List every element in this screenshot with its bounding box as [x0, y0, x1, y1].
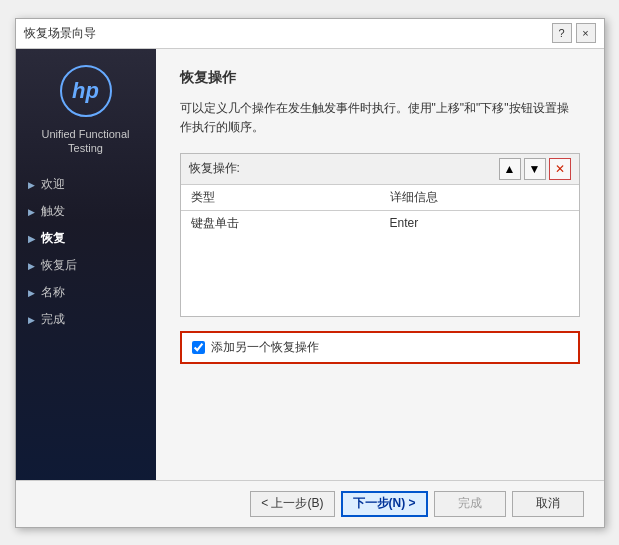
nav-item-finish[interactable]: ▶ 完成 — [16, 306, 156, 333]
col-header-detail: 详细信息 — [380, 185, 579, 211]
table-header-row: 类型 详细信息 — [181, 185, 579, 211]
data-table: 类型 详细信息 键盘单击 Enter — [181, 185, 579, 236]
sidebar-brand: Unified Functional Testing — [16, 127, 156, 156]
move-down-button[interactable]: ▼ — [524, 158, 546, 180]
nav-label-trigger: 触发 — [41, 203, 65, 220]
main-content: 恢复操作 可以定义几个操作在发生触发事件时执行。使用"上移"和"下移"按钮设置操… — [156, 49, 604, 480]
table-toolbar: 恢复操作: ▲ ▼ ✕ — [181, 154, 579, 185]
finish-button[interactable]: 完成 — [434, 491, 506, 517]
nav-arrow-finish: ▶ — [28, 315, 35, 325]
nav-arrow-trigger: ▶ — [28, 207, 35, 217]
table-spacer — [181, 236, 579, 316]
table-buttons: ▲ ▼ ✕ — [499, 158, 571, 180]
sidebar: hp Unified Functional Testing ▶ 欢迎 ▶ 触发 … — [16, 49, 156, 480]
nav-label-after: 恢复后 — [41, 257, 77, 274]
prev-button[interactable]: < 上一步(B) — [250, 491, 334, 517]
row-detail: Enter — [380, 210, 579, 236]
section-title: 恢复操作 — [180, 69, 580, 87]
footer: < 上一步(B) 下一步(N) > 完成 取消 — [16, 480, 604, 527]
close-button[interactable]: × — [576, 23, 596, 43]
nav-arrow-name: ▶ — [28, 288, 35, 298]
table-toolbar-label: 恢复操作: — [189, 160, 240, 177]
hp-logo-text: hp — [72, 78, 99, 104]
sidebar-nav: ▶ 欢迎 ▶ 触发 ▶ 恢复 ▶ 恢复后 ▶ 名称 — [16, 171, 156, 333]
hp-logo: hp — [60, 65, 112, 117]
table-container: 恢复操作: ▲ ▼ ✕ 类型 详细信息 — [180, 153, 580, 317]
nav-item-after[interactable]: ▶ 恢复后 — [16, 252, 156, 279]
description: 可以定义几个操作在发生触发事件时执行。使用"上移"和"下移"按钮设置操作执行的顺… — [180, 99, 580, 137]
nav-arrow-recover: ▶ — [28, 234, 35, 244]
table-row[interactable]: 键盘单击 Enter — [181, 210, 579, 236]
nav-item-name[interactable]: ▶ 名称 — [16, 279, 156, 306]
next-button[interactable]: 下一步(N) > — [341, 491, 428, 517]
move-up-button[interactable]: ▲ — [499, 158, 521, 180]
delete-button[interactable]: ✕ — [549, 158, 571, 180]
row-type: 键盘单击 — [181, 210, 380, 236]
checkbox-label[interactable]: 添加另一个恢复操作 — [211, 339, 319, 356]
nav-item-recover[interactable]: ▶ 恢复 — [16, 225, 156, 252]
title-bar: 恢复场景向导 ? × — [16, 19, 604, 49]
nav-arrow-after: ▶ — [28, 261, 35, 271]
nav-label-welcome: 欢迎 — [41, 176, 65, 193]
nav-label-name: 名称 — [41, 284, 65, 301]
dialog-body: hp Unified Functional Testing ▶ 欢迎 ▶ 触发 … — [16, 49, 604, 480]
checkbox-area: 添加另一个恢复操作 — [180, 331, 580, 364]
main-dialog: 恢复场景向导 ? × hp Unified Functional Testing… — [15, 18, 605, 528]
help-button[interactable]: ? — [552, 23, 572, 43]
nav-label-recover: 恢复 — [41, 230, 65, 247]
title-bar-controls: ? × — [552, 23, 596, 43]
nav-arrow-welcome: ▶ — [28, 180, 35, 190]
dialog-title: 恢复场景向导 — [24, 25, 96, 42]
cancel-button[interactable]: 取消 — [512, 491, 584, 517]
col-header-type: 类型 — [181, 185, 380, 211]
nav-item-welcome[interactable]: ▶ 欢迎 — [16, 171, 156, 198]
nav-item-trigger[interactable]: ▶ 触发 — [16, 198, 156, 225]
nav-label-finish: 完成 — [41, 311, 65, 328]
add-action-checkbox[interactable] — [192, 341, 205, 354]
